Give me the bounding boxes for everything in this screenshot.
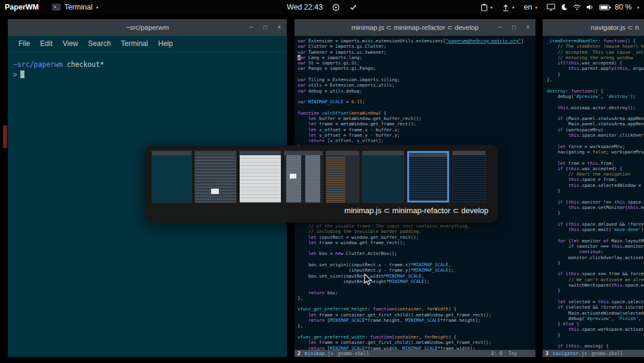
desktop: PaperWM >_ Terminal ▾ Wed 22:43 ▾ xyxy=(0,0,644,363)
upload-menu[interactable]: ▾ xyxy=(502,4,515,11)
code-block: _itemEnteredHandler: function() { // The… xyxy=(547,38,644,350)
major-mode: gnome-shell xyxy=(338,351,369,356)
window-thumbnail-desktop[interactable] xyxy=(195,151,236,202)
close-button[interactable]: × xyxy=(526,24,530,30)
menu-search[interactable]: Search xyxy=(88,39,111,48)
clock[interactable]: Wed 22:43 xyxy=(287,3,323,11)
editor-window-title: navigator.js ⊂ n xyxy=(591,23,639,32)
major-mode: gnome-shell xyxy=(592,351,623,356)
chevron-down-icon: ▾ xyxy=(491,5,493,10)
night-light-icon xyxy=(561,4,568,11)
code-block-bottom: // of the visible frame. The input rect … xyxy=(298,223,491,350)
workspace-edge-indicator xyxy=(3,125,7,148)
prompt-path: ~src/paperwm xyxy=(13,60,63,69)
code-block-top: var Extension = imports.misc.extensionUt… xyxy=(298,38,524,149)
minimize-button[interactable]: ─ xyxy=(249,24,253,30)
terminal-menubar: File Edit View Search Terminal Help xyxy=(8,36,287,52)
editor-titlebar[interactable]: minimap.js ⊂ minimap-refactor ⊂ develop … xyxy=(295,19,535,36)
minimize-button[interactable]: ─ xyxy=(498,24,502,30)
chevron-down-icon: ▾ xyxy=(535,5,537,10)
app-menu[interactable]: >_ Terminal ▾ xyxy=(52,3,98,11)
prompt-branch: checkout* xyxy=(67,60,104,69)
buffer-name: navigator.js xyxy=(553,351,587,356)
system-menu[interactable]: 80 % ▾ xyxy=(547,3,639,11)
prompt-char: > xyxy=(13,70,17,79)
editor-window-title: minimap.js ⊂ minimap-refactor ⊂ develop xyxy=(351,23,479,32)
window-thumbnail-editor-split[interactable] xyxy=(284,151,323,202)
close-button[interactable]: × xyxy=(277,24,281,30)
terminal-content[interactable]: ~src/paperwm checkout* > xyxy=(8,52,287,88)
window-thumbnail-minimap-selected[interactable] xyxy=(407,151,449,202)
display-icon xyxy=(547,4,555,11)
keyboard-layout-menu[interactable]: en ▾ xyxy=(524,3,537,11)
battery-icon xyxy=(599,5,609,10)
thumbnail-row xyxy=(152,150,491,203)
wifi-icon xyxy=(573,4,581,10)
terminal-titlebar[interactable]: ~src/paperwm ─ □ × xyxy=(8,19,287,36)
menu-file[interactable]: File xyxy=(18,39,30,48)
keyboard-layout-label: en xyxy=(524,3,532,11)
window-thumbnail-document[interactable] xyxy=(326,151,359,202)
paperwm-label[interactable]: PaperWM xyxy=(5,3,39,11)
editor-modeline: 3 navigator.js gnome-shell xyxy=(543,350,644,357)
chevron-down-icon: ▾ xyxy=(637,5,639,10)
window-thumbnail-navigator[interactable] xyxy=(453,151,485,202)
window-thumbnail-terminal[interactable] xyxy=(152,151,191,202)
terminal-cursor xyxy=(20,70,24,78)
navigator-editor-window: navigator.js ⊂ n _itemEnteredHandler: fu… xyxy=(543,19,644,357)
clipboard-icon xyxy=(481,4,488,11)
buffer-name: minimap.js xyxy=(305,351,333,356)
clipboard-menu[interactable]: ▾ xyxy=(481,4,493,11)
menu-terminal[interactable]: Terminal xyxy=(121,39,148,48)
app-menu-label: Terminal xyxy=(64,3,92,11)
editor-titlebar[interactable]: navigator.js ⊂ n xyxy=(543,19,644,36)
chevron-down-icon: ▾ xyxy=(512,5,515,10)
selected-window-label: minimap.js ⊂ minimap-refactor ⊂ develop xyxy=(152,206,491,215)
window-thumbnail-terminal-2[interactable] xyxy=(363,151,404,202)
record-indicator-icon[interactable] xyxy=(332,4,340,11)
check-icon[interactable] xyxy=(349,4,357,11)
maximize-button[interactable]: □ xyxy=(264,24,267,30)
scroll-position: Top xyxy=(509,351,517,356)
menu-view[interactable]: View xyxy=(63,39,78,48)
window-thumbnail-browser[interactable] xyxy=(240,151,281,202)
editor-modeline: 2 minimap.js gnome-shell 4: 0 Top xyxy=(295,350,535,357)
upload-arrow-icon xyxy=(502,4,509,11)
window-number: 2 xyxy=(298,351,301,356)
window-number: 3 xyxy=(546,351,549,356)
mouse-cursor xyxy=(364,273,373,288)
window-switcher-popup: minimap.js ⊂ minimap-refactor ⊂ develop xyxy=(145,145,498,223)
cursor-position: 4: 0 xyxy=(491,351,502,356)
terminal-window-title: ~src/paperwm xyxy=(126,24,169,31)
terminal-icon: >_ xyxy=(52,4,61,11)
battery-percent-label: 80 % xyxy=(615,3,632,11)
maximize-button[interactable]: □ xyxy=(512,24,516,30)
volume-icon xyxy=(586,4,594,11)
menu-help[interactable]: Help xyxy=(158,39,173,48)
chevron-down-icon: ▾ xyxy=(96,5,98,10)
top-bar: PaperWM >_ Terminal ▾ Wed 22:43 ▾ xyxy=(0,0,644,14)
editor-buffer[interactable]: _itemEnteredHandler: function() { // The… xyxy=(543,36,644,350)
menu-edit[interactable]: Edit xyxy=(40,39,52,48)
